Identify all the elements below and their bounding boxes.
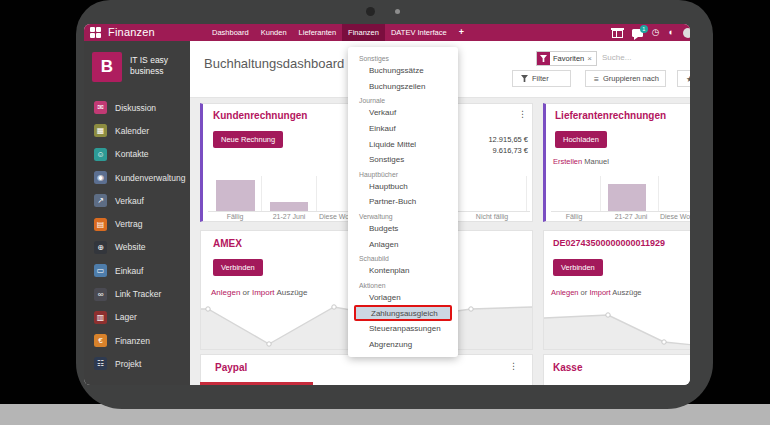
menu-item-budgets[interactable]: Budgets [348,221,458,237]
nav-datev-interface[interactable]: DATEV Interface [385,24,453,41]
sidebar-item-kontakte[interactable]: ☺ Kontakte [84,143,190,166]
company-name-line1: IT IS easy [130,55,168,66]
card-paypal: Paypal ⋮ [200,354,533,385]
anlegen-link[interactable]: Anlegen [551,288,579,297]
activities-clock-icon[interactable]: ◷ [652,24,660,41]
menu-item-vorlagen[interactable]: Vorlagen [348,290,458,306]
nav-kunden[interactable]: Kunden [255,24,293,41]
card-title-kundenrechnungen[interactable]: Kundenrechnungen [213,110,307,121]
connect-button-amex[interactable]: Verbinden [213,259,263,276]
create-import-links: Anlegen or Import Auszüge [211,288,308,297]
menu-item-liquide-mittel[interactable]: Liquide Mittel [348,136,458,152]
connect-button-bank[interactable]: Verbinden [553,259,603,276]
create-manual-links: Erstellen Manuel [553,157,609,166]
sidebar-item-kundenverwaltung[interactable]: ◉ Kundenverwaltung [84,166,190,189]
chip-remove-icon[interactable]: × [587,54,592,63]
kebab-menu-icon[interactable]: ⋮ [518,109,527,119]
menu-item-einkauf[interactable]: Einkauf [348,121,458,137]
sidebar-item-verkauf[interactable]: ↗ Verkauf [84,189,190,212]
axis-label: Fällig [554,213,594,220]
sidebar-item-finanzen[interactable]: € Finanzen [84,329,190,352]
avatar[interactable] [683,28,690,38]
sidebar-item-vertrag[interactable]: ▤ Vertrag [84,212,190,235]
menu-item-zahlungsausgleich[interactable]: Zahlungsausgleich [354,305,452,321]
menu-item-anlagen[interactable]: Anlagen [348,236,458,252]
top-nav-menu: Dashboard Kunden Lieferanten Finanzen DA… [206,24,470,41]
upload-button[interactable]: Hochladen [555,131,607,148]
axis-label: Nicht fällig [461,213,523,220]
sidebar-item-lager[interactable]: ▥ Lager [84,306,190,329]
import-link[interactable]: Import [589,288,610,297]
sidebar-item-projekt[interactable]: ☷ Projekt [84,352,190,375]
import-link[interactable]: Import [252,288,275,297]
menu-item-buchungssaetze[interactable]: Buchungssätze [348,63,458,79]
nav-finanzen[interactable]: Finanzen [342,24,385,41]
create-link[interactable]: Erstellen [553,157,582,166]
search-input[interactable]: Suche... [602,53,631,62]
axis-label: Fällig [213,213,257,220]
page-title: Buchhaltungsdashboard [204,56,344,71]
app-title[interactable]: Finanzen [108,24,155,41]
menu-item-verkauf[interactable]: Verkauf [348,105,458,121]
filter-button[interactable]: Filter [512,70,571,87]
sidebar-item-link-tracker[interactable]: ∞ Link Tracker [84,282,190,305]
amount-overdue: 9.616,73 € [488,145,528,156]
anlegen-link[interactable]: Anlegen [211,288,240,297]
apps-grid-icon[interactable] [90,27,101,38]
bar-21-27-juni[interactable] [608,184,646,211]
globe-icon: ⊕ [94,241,107,254]
menu-item-abgrenzung[interactable]: Abgrenzung [348,337,458,353]
menu-item-partner-buch[interactable]: Partner-Buch [348,194,458,210]
contacts-icon: ☺ [94,148,107,161]
card-title-kasse[interactable]: Kasse [553,362,582,373]
messages-icon[interactable]: 1 [632,29,643,37]
group-by-button[interactable]: ≡ Gruppieren nach [585,70,666,87]
webcam-led-icon [395,9,400,14]
nav-add-icon[interactable]: + [453,24,470,41]
funnel-icon [521,75,528,82]
gift-icon[interactable] [612,30,623,38]
bar-21-27-juni[interactable] [270,202,308,211]
warehouse-icon: ▥ [94,311,107,324]
card-title-amex[interactable]: AMEX [213,238,242,249]
finanzen-dropdown-menu: Sonstiges Buchungssätze Buchungszeilen J… [348,47,458,357]
sidebar-item-einkauf[interactable]: ▭ Einkauf [84,259,190,282]
calendar-icon: ▦ [94,124,107,137]
nav-dashboard[interactable]: Dashboard [206,24,255,41]
webcam-icon [366,7,375,16]
menu-item-sonstiges[interactable]: Sonstiges [348,152,458,168]
card-title-paypal[interactable]: Paypal [215,362,247,373]
card-lieferantenrechnungen: Lieferantenrechnungen Hochladen Erstelle… [543,103,690,222]
balance-area-chart[interactable] [544,311,690,349]
new-invoice-button[interactable]: Neue Rechnung [213,131,283,148]
contrast-icon[interactable]: ◐ [669,24,674,41]
favorites-star-button[interactable]: ★ [677,70,690,87]
chart-axis [551,211,690,212]
nav-lieferanten[interactable]: Lieferanten [293,24,343,41]
menu-section-hauptbuecher: Hauptbücher [348,168,458,179]
menu-item-kontenplan[interactable]: Kontenplan [348,263,458,279]
favorites-filter-chip[interactable]: Favoriten × [536,51,597,66]
menu-item-buchungszeilen[interactable]: Buchungszeilen [348,79,458,95]
kebab-menu-icon[interactable]: ⋮ [509,361,518,371]
filter-funnel-icon [537,52,550,65]
sidebar-item-kalender[interactable]: ▦ Kalender [84,119,190,142]
bar-faellig[interactable] [216,180,255,211]
menu-item-hauptbuch[interactable]: Hauptbuch [348,179,458,195]
clipped-red-bar [200,382,313,385]
contract-icon: ▤ [94,218,107,231]
sidebar-item-diskussion[interactable]: ✉ Diskussion [84,96,190,119]
card-title-bank[interactable]: DE02743500000000011929 [553,238,665,248]
company-logo[interactable]: B [92,52,122,82]
card-title-lieferantenrechnungen[interactable]: Lieferantenrechnungen [555,110,666,121]
axis-label: 21-27 Juni [606,213,656,220]
sidebar-item-website[interactable]: ⊕ Website [84,236,190,259]
menu-section-verwaltung: Verwaltung [348,210,458,221]
create-link-rest: Manuel [582,157,609,166]
company-name-line2: business [130,66,168,77]
or-text: or [579,288,590,297]
invoice-icon: € [94,334,107,347]
or-text: or [240,288,252,297]
chart-gridline [261,176,262,211]
menu-item-steueranpassungen[interactable]: Steueranpassungen [348,321,458,337]
